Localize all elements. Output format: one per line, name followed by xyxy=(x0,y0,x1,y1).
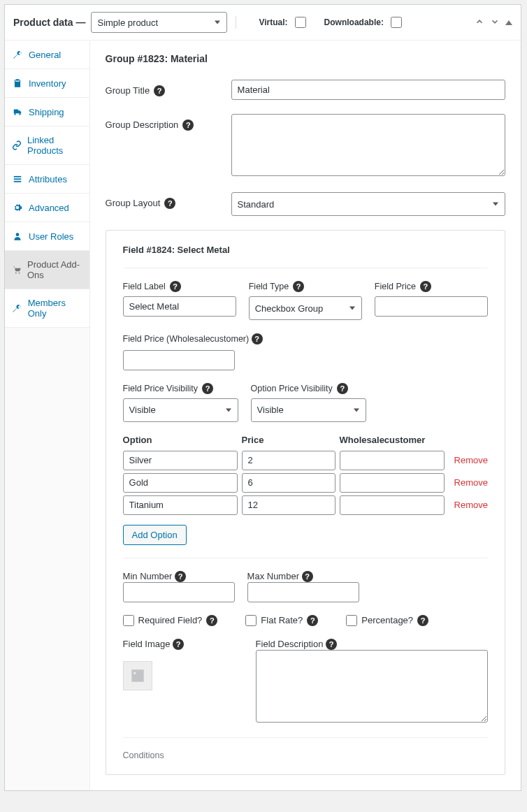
tab-label: Inventory xyxy=(29,78,66,89)
downloadable-checkbox[interactable] xyxy=(391,17,402,28)
help-icon[interactable]: ? xyxy=(420,281,431,292)
remove-option-link[interactable]: Remove xyxy=(454,455,488,465)
flat-rate-checkbox[interactable] xyxy=(245,615,257,626)
tab-inventory[interactable]: Inventory xyxy=(5,69,89,98)
option-row: Remove xyxy=(123,473,488,493)
help-icon[interactable]: ? xyxy=(202,383,213,394)
group-title-label: Group Title xyxy=(106,85,150,96)
max-number-label: Max Number xyxy=(247,571,299,581)
tab-shipping[interactable]: Shipping xyxy=(5,98,89,126)
help-icon[interactable]: ? xyxy=(154,85,165,96)
option-wholesale-input[interactable] xyxy=(340,451,445,470)
tab-label: Linked Products xyxy=(27,135,82,156)
required-field-checkbox[interactable] xyxy=(123,615,134,626)
remove-option-link[interactable]: Remove xyxy=(454,477,488,488)
help-icon[interactable]: ? xyxy=(170,281,181,292)
tab-label: User Roles xyxy=(29,231,73,242)
conditions-label: Conditions xyxy=(123,751,488,760)
field-price-visibility-label: Field Price Visibility xyxy=(123,384,198,393)
content-area: Group #1823: Material Group Title ? Grou… xyxy=(90,41,521,790)
move-up-icon[interactable] xyxy=(475,17,484,29)
flat-rate-label: Flat Rate? xyxy=(261,615,303,625)
tab-advanced[interactable]: Advanced xyxy=(5,194,89,222)
help-icon[interactable]: ? xyxy=(326,639,337,650)
field-box: Field #1824: Select Metal Field Label ? … xyxy=(106,230,505,775)
option-column-header: Option xyxy=(123,435,242,445)
option-name-input[interactable] xyxy=(123,451,238,470)
group-description-label: Group Description xyxy=(106,119,179,130)
tab-label: General xyxy=(29,50,61,60)
help-icon[interactable]: ? xyxy=(307,615,318,626)
svg-rect-0 xyxy=(14,176,22,177)
sidebar-tabs: General Inventory Shipping Linked Produc… xyxy=(5,41,90,790)
list-icon xyxy=(12,173,23,184)
field-heading: Field #1824: Select Metal xyxy=(123,245,488,268)
add-option-button[interactable]: Add Option xyxy=(123,525,187,545)
help-icon[interactable]: ? xyxy=(302,571,313,582)
wrench-icon xyxy=(12,49,23,60)
collapse-icon[interactable] xyxy=(505,20,512,25)
svg-point-5 xyxy=(19,273,20,274)
options-table-header: Option Price Wholesalecustomer xyxy=(123,435,488,445)
tab-attributes[interactable]: Attributes xyxy=(5,165,89,194)
help-icon[interactable]: ? xyxy=(252,333,263,345)
option-price-input[interactable] xyxy=(242,473,335,493)
help-icon[interactable]: ? xyxy=(173,639,184,650)
product-data-panel: Product data — Simple product Virtual: D… xyxy=(4,4,521,791)
option-row: Remove xyxy=(123,451,488,470)
group-description-textarea[interactable] xyxy=(231,114,505,176)
option-name-input[interactable] xyxy=(123,495,238,515)
option-price-input[interactable] xyxy=(242,495,335,515)
image-placeholder-icon[interactable] xyxy=(123,661,152,690)
user-icon xyxy=(12,231,23,242)
remove-option-link[interactable]: Remove xyxy=(454,500,488,510)
tab-label: Shipping xyxy=(29,107,64,117)
help-icon[interactable]: ? xyxy=(293,281,304,292)
field-price-label: Field Price xyxy=(375,282,416,291)
help-icon[interactable]: ? xyxy=(337,383,348,394)
min-number-label: Min Number xyxy=(123,571,173,581)
move-down-icon[interactable] xyxy=(490,17,500,29)
option-name-input[interactable] xyxy=(123,473,238,493)
svg-rect-1 xyxy=(14,178,22,180)
help-icon[interactable]: ? xyxy=(175,571,186,582)
field-price-visibility-select[interactable]: Visible xyxy=(123,398,238,422)
group-layout-select[interactable]: Standard xyxy=(231,192,505,216)
option-price-visibility-select[interactable]: Visible xyxy=(251,398,366,422)
help-icon[interactable]: ? xyxy=(206,615,217,626)
field-label-input[interactable] xyxy=(123,296,236,317)
field-type-label: Field Type xyxy=(249,282,289,291)
field-description-label: Field Description xyxy=(256,639,324,649)
product-type-select[interactable]: Simple product xyxy=(91,12,227,33)
percentage-checkbox[interactable] xyxy=(346,615,357,626)
field-price-input[interactable] xyxy=(375,296,488,317)
field-image-label: Field Image xyxy=(123,639,171,649)
field-type-select[interactable]: Checkbox Group xyxy=(249,296,362,320)
option-price-input[interactable] xyxy=(242,451,335,470)
separator xyxy=(236,16,236,29)
min-number-input[interactable] xyxy=(123,582,235,602)
help-icon[interactable]: ? xyxy=(182,119,194,131)
help-icon[interactable]: ? xyxy=(417,615,428,626)
help-icon[interactable]: ? xyxy=(164,198,175,209)
group-title-input[interactable] xyxy=(231,80,505,100)
tab-product-addons[interactable]: Product Add-Ons xyxy=(5,251,89,289)
tab-linked-products[interactable]: Linked Products xyxy=(5,126,89,165)
max-number-input[interactable] xyxy=(247,582,359,602)
virtual-checkbox[interactable] xyxy=(295,17,306,28)
tab-label: Attributes xyxy=(29,174,67,184)
virtual-label: Virtual: xyxy=(259,17,287,27)
required-field-label: Required Field? xyxy=(138,615,203,625)
field-description-textarea[interactable] xyxy=(256,650,488,723)
tab-label: Advanced xyxy=(29,203,69,213)
tab-general[interactable]: General xyxy=(5,41,89,69)
tab-members-only[interactable]: Members Only xyxy=(5,289,89,328)
option-wholesale-input[interactable] xyxy=(340,495,445,515)
option-row: Remove xyxy=(123,495,488,515)
tab-user-roles[interactable]: User Roles xyxy=(5,222,89,251)
field-price-wholesale-input[interactable] xyxy=(123,350,235,370)
group-layout-label: Group Layout xyxy=(106,198,161,208)
option-wholesale-input[interactable] xyxy=(340,473,445,493)
panel-title: Product data — xyxy=(13,17,85,28)
truck-icon xyxy=(12,106,23,117)
